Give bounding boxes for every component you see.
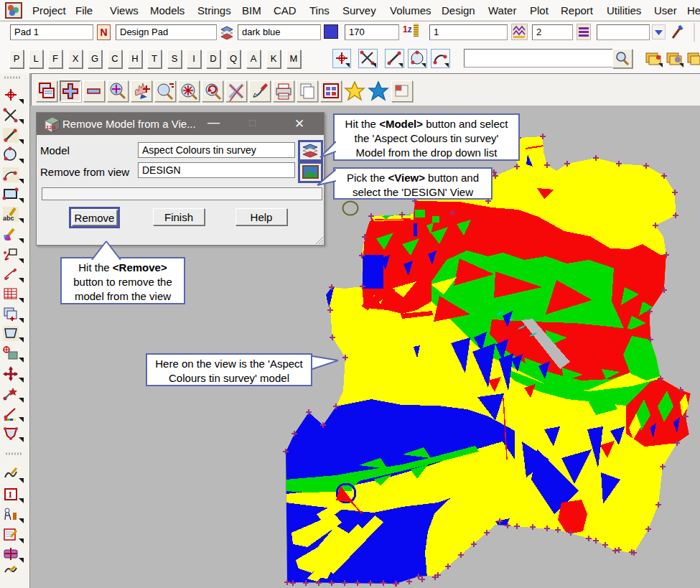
svg-text:abc: abc	[3, 215, 14, 222]
svg-text:12d: 12d	[46, 124, 56, 131]
svg-text:I: I	[9, 490, 12, 500]
